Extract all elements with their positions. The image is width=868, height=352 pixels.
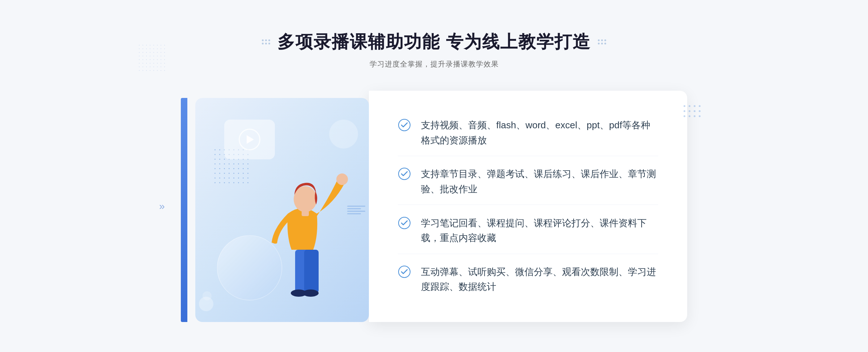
content-section: » bbox=[181, 91, 687, 322]
feature-text-4: 互动弹幕、试听购买、微信分享、观看次数限制、学习进度跟踪、数据统计 bbox=[421, 265, 658, 295]
check-circle-icon-3 bbox=[398, 216, 411, 229]
feature-item-1: 支持视频、音频、flash、word、excel、ppt、pdf等各种格式的资源… bbox=[398, 110, 658, 156]
svg-point-10 bbox=[399, 266, 410, 278]
main-title: 多项录播课辅助功能 专为线上教学打造 bbox=[277, 30, 590, 53]
svg-point-4 bbox=[336, 173, 348, 185]
svg-point-3 bbox=[303, 289, 319, 297]
blue-accent-bar bbox=[181, 98, 187, 322]
svg-point-5 bbox=[294, 186, 317, 212]
title-decoration-left bbox=[262, 39, 270, 44]
title-row: 多项录播课辅助功能 专为线上教学打造 bbox=[262, 30, 606, 53]
header-section: 多项录播课辅助功能 专为线上教学打造 学习进度全掌握，提升录播课教学效果 bbox=[262, 30, 606, 69]
svg-rect-1 bbox=[304, 250, 319, 293]
title-decoration-right bbox=[598, 39, 606, 44]
sub-title: 学习进度全掌握，提升录播课教学效果 bbox=[262, 59, 606, 69]
check-circle-icon-4 bbox=[398, 265, 411, 278]
illustration-area bbox=[181, 91, 369, 322]
illustration-bg bbox=[195, 98, 369, 322]
feature-text-2: 支持章节目录、弹题考试、课后练习、课后作业、章节测验、批改作业 bbox=[421, 167, 658, 197]
left-chevrons: » bbox=[159, 201, 165, 212]
feature-item-2: 支持章节目录、弹题考试、课后练习、课后作业、章节测验、批改作业 bbox=[398, 159, 658, 205]
chevron-icon: » bbox=[159, 201, 165, 212]
deco-stripes bbox=[347, 206, 365, 214]
feature-text-3: 学习笔记回看、课程提问、课程评论打分、课件资料下载，重点内容收藏 bbox=[421, 216, 658, 246]
svg-point-8 bbox=[399, 168, 410, 180]
human-figure bbox=[252, 141, 353, 322]
svg-point-9 bbox=[399, 217, 410, 229]
svg-rect-6 bbox=[302, 211, 309, 216]
svg-point-7 bbox=[399, 119, 410, 131]
check-circle-icon-2 bbox=[398, 167, 411, 180]
feature-item-3: 学习笔记回看、课程提问、课程评论打分、课件资料下载，重点内容收藏 bbox=[398, 208, 658, 254]
top-right-dots bbox=[684, 105, 702, 118]
page-wrapper: 多项录播课辅助功能 专为线上教学打造 学习进度全掌握，提升录播课教学效果 » bbox=[0, 0, 868, 352]
features-area: 支持视频、音频、flash、word、excel、ppt、pdf等各种格式的资源… bbox=[369, 91, 687, 322]
feature-text-1: 支持视频、音频、flash、word、excel、ppt、pdf等各种格式的资源… bbox=[421, 118, 658, 148]
feature-item-4: 互动弹幕、试听购买、微信分享、观看次数限制、学习进度跟踪、数据统计 bbox=[398, 257, 658, 302]
check-circle-icon-1 bbox=[398, 119, 411, 132]
